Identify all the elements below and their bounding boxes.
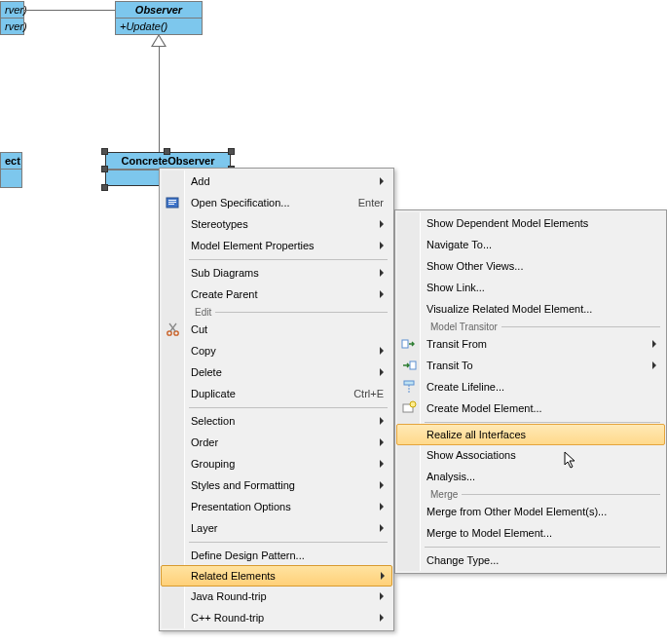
submenu-arrow-icon xyxy=(380,347,384,355)
menu-label: Duplicate xyxy=(191,388,334,399)
menu-item-presentation-options[interactable]: Presentation Options xyxy=(162,496,391,517)
submenu-arrow-icon xyxy=(380,417,384,425)
menu-item-merge-to[interactable]: Merge to Model Element... xyxy=(397,522,664,544)
svg-rect-1 xyxy=(168,200,176,201)
menu-label: Realize all Interfaces xyxy=(426,429,657,440)
submenu-arrow-icon xyxy=(652,361,656,369)
menu-item-change-type[interactable]: Change Type... xyxy=(397,549,664,571)
menu-label: Show Dependent Model Elements xyxy=(426,217,656,229)
menu-item-stereotypes[interactable]: Stereotypes xyxy=(162,213,391,235)
menu-item-visualize-related[interactable]: Visualize Related Model Element... xyxy=(397,298,664,320)
menu-item-show-dependent[interactable]: Show Dependent Model Elements xyxy=(397,212,664,234)
svg-rect-10 xyxy=(404,381,414,385)
submenu-arrow-icon xyxy=(380,177,384,185)
menu-item-add[interactable]: Add xyxy=(162,170,391,192)
svg-rect-2 xyxy=(168,202,176,203)
resize-handle[interactable] xyxy=(101,166,108,172)
menu-item-open-specification[interactable]: Open Specification... Enter xyxy=(162,192,391,213)
menu-label: Cut xyxy=(191,323,384,335)
menu-item-transit-from[interactable]: Transit From xyxy=(397,333,664,355)
menu-label: Delete xyxy=(191,366,380,378)
cut-icon xyxy=(166,322,181,337)
context-menu-primary: Add Open Specification... Enter Stereoty… xyxy=(159,168,394,631)
menu-item-cut[interactable]: Cut xyxy=(162,319,391,340)
menu-label: Create Lifeline... xyxy=(426,381,656,393)
submenu-arrow-icon xyxy=(380,460,384,468)
uml-class-title: ect xyxy=(1,153,21,170)
resize-handle[interactable] xyxy=(101,184,108,191)
resize-handle[interactable] xyxy=(228,148,235,155)
menu-label: Show Other Views... xyxy=(426,260,656,272)
menu-label: Java Round-trip xyxy=(191,590,380,602)
menu-item-grouping[interactable]: Grouping xyxy=(162,453,391,474)
svg-rect-9 xyxy=(410,361,416,369)
submenu-arrow-icon xyxy=(380,290,384,298)
menu-item-order[interactable]: Order xyxy=(162,432,391,453)
menu-item-duplicate[interactable]: Duplicate Ctrl+E xyxy=(162,383,391,404)
menu-label: Navigate To... xyxy=(426,239,656,250)
menu-item-sub-diagrams[interactable]: Sub Diagrams xyxy=(162,262,391,284)
menu-label: Stereotypes xyxy=(191,218,380,230)
uml-text: rver) xyxy=(1,18,23,34)
lifeline-icon xyxy=(401,379,417,395)
submenu-arrow-icon xyxy=(380,242,384,249)
menu-item-delete[interactable]: Delete xyxy=(162,361,391,383)
menu-item-define-design-pattern[interactable]: Define Design Pattern... xyxy=(162,545,391,566)
menu-label: Related Elements xyxy=(191,570,381,582)
menu-item-related-elements[interactable]: Related Elements xyxy=(161,565,392,587)
menu-item-create-model-element[interactable]: Create Model Element... xyxy=(397,398,664,419)
uml-class-title: Observer xyxy=(116,2,202,19)
menu-item-styles-formatting[interactable]: Styles and Formatting xyxy=(162,474,391,496)
transit-from-icon xyxy=(401,336,417,352)
uml-generalization-line xyxy=(159,47,160,152)
menu-item-model-element-properties[interactable]: Model Element Properties xyxy=(162,235,391,256)
uml-interface-fragment[interactable]: rver) rver) xyxy=(0,1,24,35)
menu-group-merge: Merge xyxy=(425,487,664,501)
menu-label: Styles and Formatting xyxy=(191,479,380,491)
menu-label: C++ Round-trip xyxy=(191,612,380,624)
menu-item-java-round-trip[interactable]: Java Round-trip xyxy=(162,586,391,607)
uml-generalization-arrow-fill xyxy=(153,36,165,46)
menu-label: Sub Diagrams xyxy=(191,267,380,279)
menu-label: Change Type... xyxy=(426,554,656,566)
menu-item-show-associations[interactable]: Show Associations xyxy=(397,444,664,466)
menu-shortcut: Enter xyxy=(339,197,384,208)
menu-label: Model Element Properties xyxy=(191,240,380,251)
menu-group-edit: Edit xyxy=(189,305,391,319)
menu-item-show-other-views[interactable]: Show Other Views... xyxy=(397,255,664,277)
resize-handle[interactable] xyxy=(164,148,170,155)
menu-item-realize-all-interfaces[interactable]: Realize all Interfaces xyxy=(396,424,665,445)
menu-item-selection[interactable]: Selection xyxy=(162,410,391,432)
menu-label: Show Link... xyxy=(426,282,656,293)
uml-association-line xyxy=(24,10,115,11)
submenu-arrow-icon xyxy=(380,368,384,376)
resize-handle[interactable] xyxy=(101,148,108,155)
svg-rect-8 xyxy=(402,340,408,348)
menu-shortcut: Ctrl+E xyxy=(334,388,384,399)
menu-label: Selection xyxy=(191,415,380,427)
submenu-arrow-icon xyxy=(652,340,656,348)
menu-label: Presentation Options xyxy=(191,501,380,512)
menu-item-show-link[interactable]: Show Link... xyxy=(397,277,664,298)
menu-item-create-lifeline[interactable]: Create Lifeline... xyxy=(397,376,664,398)
menu-item-layer[interactable]: Layer xyxy=(162,517,391,539)
menu-item-copy[interactable]: Copy xyxy=(162,340,391,361)
uml-class-fragment-ect[interactable]: ect xyxy=(0,152,22,188)
menu-item-analysis[interactable]: Analysis... xyxy=(397,466,664,487)
menu-group-text: Model Transitor xyxy=(430,322,498,332)
menu-label: Transit From xyxy=(426,338,652,350)
svg-line-7 xyxy=(169,323,175,331)
submenu-arrow-icon xyxy=(380,524,384,532)
menu-label: Transit To xyxy=(426,360,652,371)
menu-label: Merge from Other Model Element(s)... xyxy=(426,506,656,517)
menu-item-merge-from[interactable]: Merge from Other Model Element(s)... xyxy=(397,501,664,522)
svg-rect-3 xyxy=(168,204,174,205)
menu-item-create-parent[interactable]: Create Parent xyxy=(162,284,391,305)
submenu-arrow-icon xyxy=(380,592,384,600)
uml-class-observer[interactable]: Observer +Update() xyxy=(115,1,203,35)
menu-item-cpp-round-trip[interactable]: C++ Round-trip xyxy=(162,607,391,628)
menu-label: Define Design Pattern... xyxy=(191,549,384,561)
menu-label: Grouping xyxy=(191,458,380,470)
menu-item-transit-to[interactable]: Transit To xyxy=(397,355,664,376)
menu-item-navigate-to[interactable]: Navigate To... xyxy=(397,234,664,255)
